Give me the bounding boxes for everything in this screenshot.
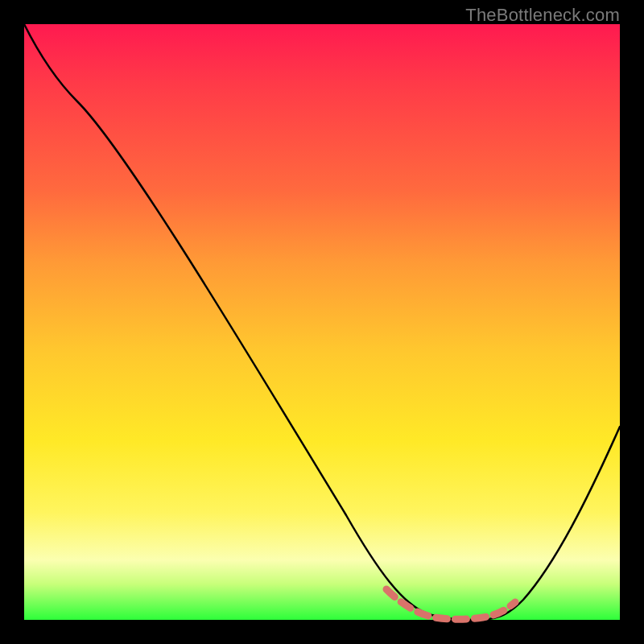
bottleneck-curve-path [24,24,620,620]
optimal-range-path [386,589,515,619]
chart-frame: TheBottleneck.com [0,0,644,644]
watermark-text: TheBottleneck.com [465,5,620,26]
curve-layer [24,24,620,620]
plot-area [24,24,620,620]
